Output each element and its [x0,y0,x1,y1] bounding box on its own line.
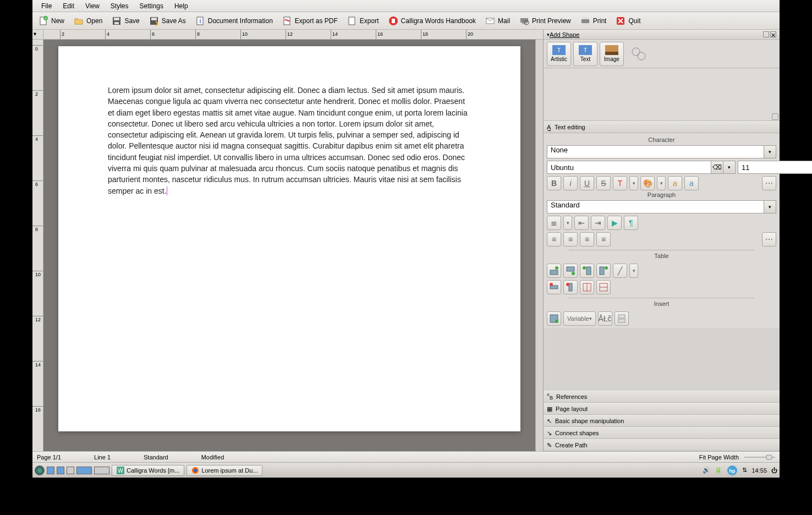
highlight-dd[interactable]: ▾ [657,176,666,190]
highlight-button[interactable]: 🎨 [640,176,655,190]
insert-specialchar[interactable]: ÅŁč [598,311,612,326]
font-size-input[interactable] [738,161,812,174]
bullets-dd[interactable]: ▾ [563,216,572,230]
para-style-select[interactable]: Standard [547,200,764,213]
createpath-header[interactable]: ✎Create Path [544,439,780,451]
desktop-pager-4[interactable] [76,467,92,474]
pagelayout-header[interactable]: ▦Page layout [544,403,780,415]
char-more[interactable]: ⋯ [762,176,776,190]
docinfo-button[interactable]: iDocument Information [191,14,276,28]
font-family-input[interactable] [547,161,711,174]
char-style-select[interactable]: None [547,145,764,158]
tbl-merge[interactable] [580,280,594,294]
tbl-delrow[interactable] [547,280,561,294]
align-center[interactable]: ≡ [563,232,578,246]
shape-artistic[interactable]: TArtistic [547,42,571,66]
tbl-split[interactable] [596,280,611,294]
bullets-button[interactable]: ≣ [547,216,561,230]
textcolor-dd[interactable]: ▾ [629,176,638,190]
tbl-delcol[interactable] [563,280,578,294]
basicshape-header[interactable]: ↖Basic shape manipulation [544,415,780,427]
vertical-scrollbar[interactable] [535,40,543,451]
svg-point-37 [605,266,608,270]
taskbar-app-browser[interactable]: Lorem ipsum at Du... [186,465,262,476]
insert-table[interactable] [547,311,561,326]
menu-view[interactable]: View [80,1,105,11]
tbl-inscol-right[interactable] [596,264,611,278]
menu-edit[interactable]: Edit [57,1,80,11]
document-page[interactable]: Lorem ipsum dolor sit amet, consectetur … [58,46,520,431]
desktop-pager-1[interactable] [47,467,54,474]
align-justify[interactable]: ≡ [596,232,611,246]
preview-button[interactable]: Print Preview [515,14,574,28]
connect-header[interactable]: ↘Connect shapes [544,427,780,439]
clock[interactable]: 14:55 [751,467,767,474]
insert-pagebreak[interactable] [615,311,629,326]
saveas-button[interactable]: Save As [145,14,189,28]
tbl-insrow-below[interactable] [563,264,578,278]
para-style-dropdown[interactable]: ▾ [764,200,776,213]
tbl-border-dd[interactable]: ▾ [629,264,638,278]
start-button[interactable] [35,465,45,475]
pointer-icon: ↖ [547,418,552,425]
tbl-border[interactable]: ╱ [613,264,627,278]
menu-file[interactable]: File [36,1,57,11]
italic-button[interactable]: i [563,176,578,190]
document-canvas[interactable]: Lorem ipsum dolor sit amet, consectetur … [43,40,535,451]
vertical-ruler[interactable]: 0246810121416 [32,40,43,451]
desktop-pager-3[interactable] [67,467,74,474]
align-right[interactable]: ≡ [580,232,594,246]
rtl-button[interactable]: ¶ [624,216,638,230]
caseb-button[interactable]: a [684,176,699,190]
battery-icon[interactable]: 🔋 [715,467,722,474]
menu-settings[interactable]: Settings [134,1,169,11]
detach-icon[interactable] [763,31,769,37]
text-editing-header[interactable]: A̲ͅText editing [544,121,780,133]
outdent-button[interactable]: ⇤ [574,216,589,230]
bold-button[interactable]: B [547,176,561,190]
ruler-corner[interactable]: ▼ [32,30,43,39]
zoom-slider[interactable] [744,454,775,460]
shape-more[interactable] [626,42,650,66]
strike-button[interactable]: S [596,176,611,190]
close-icon[interactable]: ✕ [770,31,776,37]
references-header[interactable]: ᴬBReferences [544,391,780,403]
menu-help[interactable]: Help [169,1,194,11]
font-dropdown[interactable]: ▾ [723,161,736,174]
ltr-button[interactable]: ▶ [607,216,622,230]
quit-button[interactable]: Quit [612,14,644,28]
zoom-label[interactable]: Fit Page Width [699,454,739,461]
desktop-pager-2[interactable] [57,467,64,474]
save-button[interactable]: Save [108,14,142,28]
indent-button[interactable]: ⇥ [591,216,605,230]
handbook-button[interactable]: Calligra Words Handbook [385,14,480,28]
shape-image[interactable]: Image [600,42,624,66]
textcolor-button[interactable]: T [613,176,627,190]
font-clear[interactable]: ⌫ [711,161,723,174]
resize-icon[interactable] [772,113,778,120]
export-button[interactable]: Export [343,14,382,28]
new-button[interactable]: +New [35,14,68,28]
mail-button[interactable]: Mail [481,14,513,28]
underline-button[interactable]: U [580,176,594,190]
network-icon[interactable]: ⇅ [742,467,747,474]
desktop-pager-5[interactable] [94,467,109,474]
horizontal-ruler[interactable]: 2468101214161820 [43,30,543,39]
tbl-insrow-above[interactable] [547,264,561,278]
tbl-inscol-left[interactable] [580,264,594,278]
print-button[interactable]: Print [577,14,610,28]
char-style-dropdown[interactable]: ▾ [764,145,776,158]
volume-icon[interactable]: 🔊 [703,467,710,474]
casea-button[interactable]: a [668,176,682,190]
shape-text[interactable]: TText [573,42,597,66]
exportpdf-button[interactable]: Export as PDF [278,14,341,28]
taskbar-app-words[interactable]: WCalligra Words [m... [112,465,184,476]
menu-styles[interactable]: Styles [105,1,134,11]
power-icon[interactable]: ⏻ [771,467,777,474]
hp-icon[interactable]: hp [727,465,738,476]
align-left[interactable]: ≡ [547,232,561,246]
open-button[interactable]: Open [70,14,106,28]
insert-variable[interactable]: Variable▾ [563,311,596,326]
para-more[interactable]: ⋯ [762,232,776,246]
add-shape-header[interactable]: ▾ Add Shape ✕ [544,30,780,40]
